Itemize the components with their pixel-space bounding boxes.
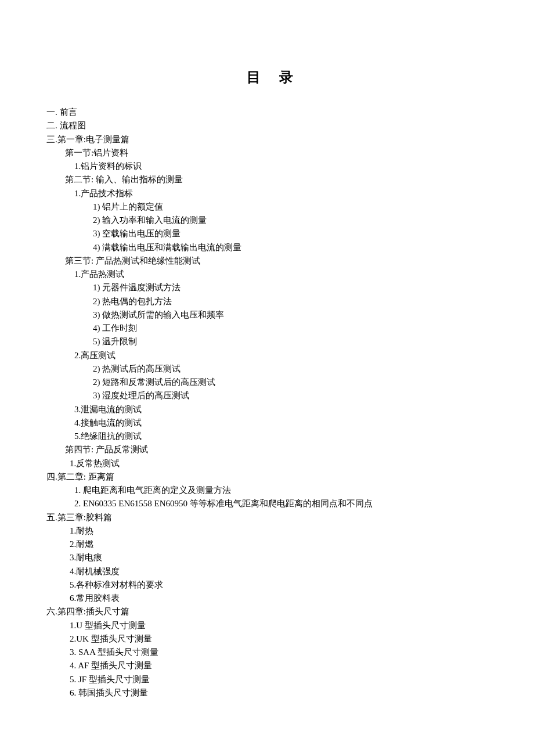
toc-item: 1.铝片资料的标识: [46, 160, 493, 173]
toc-item: 4) 满载输出电压和满载输出电流的测量: [46, 241, 493, 254]
toc-item: 六.第四章:插头尺寸篇: [46, 605, 493, 618]
toc-item: 4. AF 型插头尺寸测量: [46, 659, 493, 672]
toc-item: 1. 爬电距离和电气距离的定义及测量方法: [46, 484, 493, 497]
toc-item: 3. SAA 型插头尺寸测量: [46, 646, 493, 659]
toc-item: 1.反常热测试: [46, 457, 493, 470]
toc-item: 第四节: 产品反常测试: [46, 443, 493, 456]
toc-item: 4.接触电流的测试: [46, 416, 493, 430]
toc-item: 第一节:铝片资料: [46, 146, 493, 160]
toc-item: 第二节: 输入、输出指标的测量: [46, 173, 493, 186]
toc-item: 1.产品技术指标: [46, 187, 493, 200]
toc-item: 2) 输入功率和输入电流的测量: [46, 214, 493, 227]
toc-item: 2.耐燃: [46, 538, 493, 551]
toc-item: 4.耐机械强度: [46, 565, 493, 578]
toc-item: 3.泄漏电流的测试: [46, 403, 493, 416]
toc-item: 五.第三章:胶料篇: [46, 511, 493, 524]
toc-item: 4) 工作时刻: [46, 322, 493, 335]
page-title: 目录: [46, 67, 493, 88]
toc-item: 一. 前言: [46, 106, 493, 119]
toc-item: 2) 短路和反常测试后的高压测试: [46, 376, 493, 389]
toc-item: 2.高压测试: [46, 349, 493, 362]
toc-item: 5. JF 型插头尺寸测量: [46, 673, 493, 686]
toc-item: 1) 元器件温度测试方法: [46, 281, 493, 294]
toc-item: 1) 铝片上的额定值: [46, 200, 493, 214]
toc-item: 第三节: 产品热测试和绝缘性能测试: [46, 254, 493, 268]
table-of-contents: 一. 前言二. 流程图三.第一章:电子测量篇第一节:铝片资料1.铝片资料的标识第…: [46, 106, 493, 700]
toc-item: 1.耐热: [46, 524, 493, 538]
toc-item: 6.常用胶料表: [46, 592, 493, 605]
toc-item: 5.绝缘阻抗的测试: [46, 430, 493, 443]
toc-item: 2. EN60335 EN61558 EN60950 等等标准电气距离和爬电距离…: [46, 497, 493, 510]
toc-item: 6. 韩国插头尺寸测量: [46, 686, 493, 700]
toc-item: 5) 温升限制: [46, 335, 493, 348]
toc-item: 3) 湿度处理后的高压测试: [46, 389, 493, 402]
toc-item: 3) 空载输出电压的测量: [46, 227, 493, 240]
toc-item: 2) 热电偶的包扎方法: [46, 295, 493, 308]
toc-item: 3) 做热测试所需的输入电压和频率: [46, 308, 493, 322]
toc-item: 二. 流程图: [46, 119, 493, 132]
toc-item: 四.第二章: 距离篇: [46, 470, 493, 484]
toc-item: 1.U 型插头尺寸测量: [46, 619, 493, 632]
toc-item: 5.各种标准对材料的要求: [46, 578, 493, 592]
toc-item: 三.第一章:电子测量篇: [46, 133, 493, 146]
toc-item: 3.耐电痕: [46, 551, 493, 564]
toc-item: 2.UK 型插头尺寸测量: [46, 632, 493, 646]
toc-item: 1.产品热测试: [46, 268, 493, 281]
toc-item: 2) 热测试后的高压测试: [46, 362, 493, 376]
